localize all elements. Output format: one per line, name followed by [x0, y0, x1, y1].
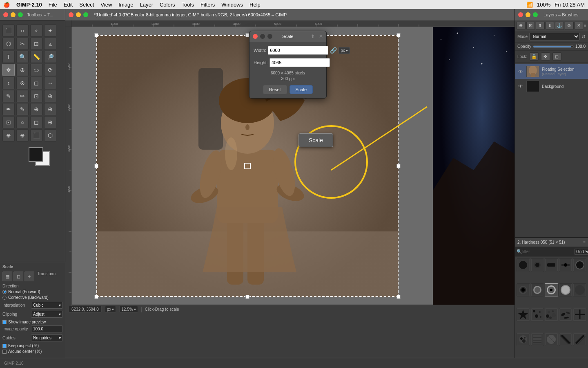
main-max-btn[interactable] — [83, 12, 88, 17]
layers-close-btn[interactable] — [518, 12, 523, 17]
tool-blur[interactable]: ○ — [16, 116, 29, 128]
brush-item-8-active[interactable] — [545, 283, 558, 297]
show-image-preview-checkbox[interactable] — [2, 320, 7, 324]
menu-select[interactable]: Select — [79, 2, 94, 8]
layers-down-btn[interactable]: ⬇ — [546, 22, 555, 30]
layer-visibility-background[interactable]: 👁 — [517, 83, 524, 89]
brush-item-10[interactable] — [573, 283, 586, 297]
brush-item-stripe2[interactable] — [573, 333, 586, 346]
layers-delete-btn[interactable]: ✕ — [575, 22, 584, 30]
around-center-row[interactable]: Around center (⌘) — [2, 349, 63, 354]
tool-free-select[interactable]: ⌖ — [30, 25, 42, 37]
tool-perspective-clone[interactable]: ⊡ — [2, 116, 15, 128]
tool-scale[interactable]: ↕ — [2, 77, 15, 89]
layers-opacity-slider[interactable] — [533, 45, 574, 48]
menu-image[interactable]: Image — [118, 2, 133, 8]
tool-smudge[interactable]: ⊕ — [44, 116, 56, 128]
menu-layer[interactable]: Layer — [140, 2, 153, 8]
layers-new-group-btn[interactable]: ⊕ — [517, 22, 526, 30]
layers-anchor-btn[interactable]: ⚓ — [555, 22, 564, 30]
brush-item-star1[interactable] — [517, 308, 530, 321]
scale-dialog-close-x[interactable]: ✕ — [319, 34, 323, 39]
tool-sharpen[interactable]: ◻ — [30, 116, 42, 128]
tool-move[interactable]: ✥ — [2, 64, 15, 76]
layers-max-btn[interactable] — [533, 12, 538, 17]
brush-item-grunge1[interactable] — [517, 333, 530, 346]
clipping-select[interactable]: Adjust ▾ — [31, 311, 63, 318]
brush-item-stripe1[interactable] — [559, 333, 572, 346]
show-image-preview-row[interactable]: Show image preview — [2, 320, 63, 324]
tool-ink[interactable]: ✒ — [2, 103, 15, 115]
brushes-filter-input[interactable] — [522, 249, 574, 254]
scale-reset-button[interactable]: Reset — [263, 85, 287, 94]
canvas-zoom-select[interactable]: 12.5% ▾ — [119, 306, 138, 313]
transform-handle-tr[interactable] — [396, 33, 401, 37]
layers-min-btn[interactable] — [526, 12, 530, 17]
layers-merge-btn[interactable]: ⊗ — [565, 22, 574, 30]
layers-duplicate-btn[interactable]: ⊡ — [526, 22, 535, 30]
tool-scissors[interactable]: ✂ — [16, 38, 29, 50]
interpolation-select[interactable]: Cubic ▾ — [31, 302, 63, 309]
transform-type-selection[interactable]: ⌖ — [24, 272, 34, 281]
tool-align[interactable]: ⊕ — [16, 64, 29, 76]
tool-erase[interactable]: ⊡ — [30, 90, 42, 102]
fg-bg-colors[interactable] — [29, 147, 53, 168]
apple-menu[interactable]: 🍎 — [3, 2, 10, 8]
layers-mode-reset[interactable]: ↺ — [581, 34, 586, 40]
tool-color-picker[interactable]: 🔍 — [16, 51, 29, 63]
transform-type-path[interactable]: ◻ — [13, 272, 23, 281]
menu-tools[interactable]: Tools — [182, 2, 194, 8]
lock-alpha-btn[interactable]: ◻ — [552, 52, 561, 61]
tool-ellipse-select[interactable]: ○ — [16, 25, 29, 37]
tool-by-color[interactable]: ⬡ — [2, 38, 15, 50]
brush-item-7[interactable] — [531, 283, 544, 297]
scale-link-btn[interactable]: 🔗 — [330, 47, 337, 54]
direction-corrective-radio[interactable] — [2, 296, 7, 300]
scale-unit-select[interactable]: px ▾ — [339, 47, 350, 54]
tool-rotate[interactable]: ⟳ — [44, 64, 56, 76]
brush-item-grunge2[interactable] — [531, 333, 544, 346]
tool-gradient[interactable]: ⬡ — [44, 129, 56, 141]
menu-filters[interactable]: Filters — [200, 2, 215, 8]
tool-zoom[interactable]: 🔎 — [44, 51, 56, 63]
tool-burn[interactable]: ⊕ — [16, 129, 29, 141]
layer-item-floating[interactable]: 👁 Floating Selection (Pasted Layer) — [515, 64, 588, 79]
main-close-btn[interactable] — [69, 12, 74, 17]
menu-colors[interactable]: Colors — [160, 2, 175, 8]
transform-handle-br[interactable] — [396, 295, 401, 299]
menu-windows[interactable]: Windows — [221, 2, 243, 8]
layer-item-background[interactable]: 👁 Background — [515, 79, 588, 94]
scale-scale-button[interactable]: Scale — [290, 85, 313, 94]
transform-handle-bl[interactable] — [94, 295, 98, 299]
tool-shear[interactable]: ⊗ — [16, 77, 29, 89]
foreground-color[interactable] — [29, 147, 43, 162]
scale-button-canvas[interactable]: Scale — [298, 133, 333, 147]
main-min-btn[interactable] — [76, 12, 81, 17]
tool-fuzzy-select[interactable]: ✦ — [44, 25, 56, 37]
menu-edit[interactable]: Edit — [64, 2, 73, 8]
lock-pixels-btn[interactable]: 🔒 — [530, 52, 539, 61]
tool-crop[interactable]: ⬭ — [30, 64, 42, 76]
menu-help[interactable]: Help — [249, 2, 261, 8]
transform-handle-mr[interactable] — [396, 164, 401, 168]
brush-item-scatter1[interactable] — [531, 308, 544, 321]
brush-item-scatter2[interactable] — [559, 308, 572, 321]
scale-width-input[interactable] — [268, 46, 328, 55]
lock-position-btn[interactable]: ✥ — [541, 52, 550, 61]
canvas-unit-select[interactable]: px ▾ — [105, 306, 116, 313]
transform-type-layer[interactable]: ▤ — [2, 272, 12, 281]
tool-paths[interactable]: ⟁ — [44, 38, 56, 50]
around-center-checkbox[interactable] — [2, 350, 7, 354]
transform-handle-tl[interactable] — [94, 33, 98, 37]
tool-perspective[interactable]: ◻ — [30, 77, 42, 89]
tool-bucket[interactable]: ⬛ — [30, 129, 42, 141]
direction-corrective[interactable]: Corrective (Backward) — [2, 295, 63, 300]
direction-normal-radio[interactable] — [2, 290, 7, 294]
brushes-view-select[interactable]: Grid — [574, 249, 588, 255]
brush-item-1[interactable] — [517, 258, 530, 272]
tool-measure[interactable]: 📏 — [30, 51, 42, 63]
keep-aspect-row[interactable]: Keep aspect (⌘) — [2, 343, 63, 348]
brush-item-3[interactable] — [545, 258, 558, 272]
brush-item-texture1[interactable] — [545, 308, 558, 321]
layers-panel-menu[interactable]: ≡ — [584, 23, 586, 28]
